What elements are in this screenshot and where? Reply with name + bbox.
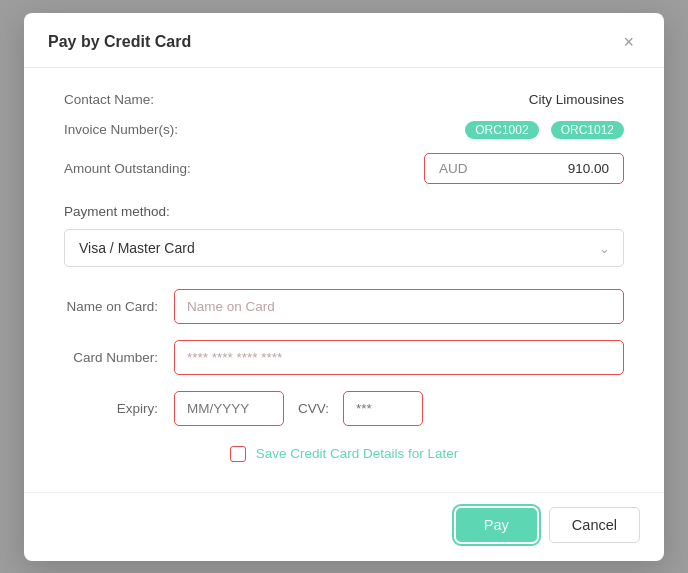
modal-overlay: Pay by Credit Card × Contact Name: City … [0, 0, 688, 573]
pay-button[interactable]: Pay [456, 508, 537, 542]
modal: Pay by Credit Card × Contact Name: City … [24, 13, 664, 561]
close-button[interactable]: × [617, 31, 640, 53]
modal-body: Contact Name: City Limousines Invoice Nu… [24, 68, 664, 492]
card-number-input[interactable] [174, 340, 624, 375]
contact-value: City Limousines [529, 92, 624, 107]
amount-value: 910.00 [568, 161, 609, 176]
expiry-cvv-row: Expiry: CVV: [64, 391, 624, 426]
card-number-row: Card Number: [64, 340, 624, 375]
contact-label: Contact Name: [64, 92, 154, 107]
save-card-checkbox[interactable] [230, 446, 246, 462]
save-card-label[interactable]: Save Credit Card Details for Later [256, 446, 459, 461]
payment-select-wrapper: Visa / Master Card American Express PayP… [64, 229, 624, 267]
payment-method-label: Payment method: [64, 204, 624, 219]
amount-row: Amount Outstanding: AUD 910.00 [64, 153, 624, 184]
invoice-badge-2: ORC1012 [551, 121, 624, 139]
expiry-input[interactable] [174, 391, 284, 426]
contact-row: Contact Name: City Limousines [64, 92, 624, 107]
invoice-row: Invoice Number(s): ORC1002 ORC1012 [64, 121, 624, 139]
amount-box: AUD 910.00 [424, 153, 624, 184]
cancel-button[interactable]: Cancel [549, 507, 640, 543]
expiry-label: Expiry: [64, 401, 174, 416]
modal-header: Pay by Credit Card × [24, 13, 664, 68]
invoice-badge-1: ORC1002 [465, 121, 538, 139]
cvv-label: CVV: [284, 401, 343, 416]
name-on-card-input[interactable] [174, 289, 624, 324]
invoice-label: Invoice Number(s): [64, 122, 178, 137]
modal-footer: Pay Cancel [24, 492, 664, 561]
name-on-card-label: Name on Card: [64, 299, 174, 314]
name-on-card-row: Name on Card: [64, 289, 624, 324]
modal-title: Pay by Credit Card [48, 33, 191, 51]
cvv-input[interactable] [343, 391, 423, 426]
invoice-badges: ORC1002 ORC1012 [459, 121, 624, 139]
card-number-label: Card Number: [64, 350, 174, 365]
amount-currency: AUD [439, 161, 468, 176]
payment-method-select[interactable]: Visa / Master Card American Express PayP… [64, 229, 624, 267]
payment-method-section: Payment method: Visa / Master Card Ameri… [64, 204, 624, 267]
save-card-row: Save Credit Card Details for Later [64, 446, 624, 462]
amount-label: Amount Outstanding: [64, 161, 191, 176]
